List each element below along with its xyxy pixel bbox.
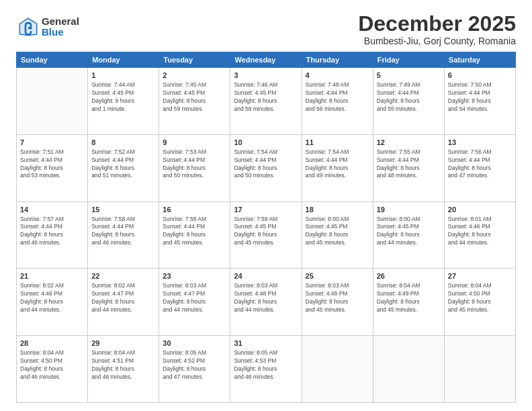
day-number: 29 bbox=[91, 338, 155, 349]
day-info: Sunrise: 8:03 AMSunset: 4:48 PMDaylight:… bbox=[234, 282, 298, 314]
day-number: 11 bbox=[306, 138, 369, 148]
day-number: 10 bbox=[234, 138, 298, 148]
table-row: 17Sunrise: 7:59 AMSunset: 4:45 PMDayligh… bbox=[230, 201, 302, 269]
header-friday: Friday bbox=[373, 52, 444, 68]
table-row: 16Sunrise: 7:58 AMSunset: 4:44 PMDayligh… bbox=[159, 201, 230, 269]
logo-text: General Blue bbox=[42, 16, 79, 38]
day-number: 19 bbox=[377, 205, 441, 215]
calendar-week-2: 7Sunrise: 7:51 AMSunset: 4:44 PMDaylight… bbox=[17, 134, 516, 201]
table-row: 11Sunrise: 7:54 AMSunset: 4:44 PMDayligh… bbox=[302, 134, 373, 201]
day-info: Sunrise: 7:51 AMSunset: 4:44 PMDaylight:… bbox=[20, 148, 84, 181]
day-info: Sunrise: 7:53 AMSunset: 4:44 PMDaylight:… bbox=[163, 148, 226, 181]
day-info: Sunrise: 7:58 AMSunset: 4:44 PMDaylight:… bbox=[163, 216, 226, 248]
day-number: 31 bbox=[234, 338, 298, 349]
day-info: Sunrise: 7:54 AMSunset: 4:44 PMDaylight:… bbox=[234, 148, 298, 181]
day-info: Sunrise: 8:00 AMSunset: 4:45 PMDaylight:… bbox=[306, 216, 369, 248]
header-tuesday: Tuesday bbox=[159, 52, 230, 68]
day-number: 22 bbox=[91, 271, 155, 281]
table-row: 15Sunrise: 7:58 AMSunset: 4:44 PMDayligh… bbox=[88, 201, 159, 269]
day-number: 8 bbox=[91, 138, 155, 148]
day-info: Sunrise: 8:00 AMSunset: 4:45 PMDaylight:… bbox=[377, 216, 441, 248]
day-info: Sunrise: 7:44 AMSunset: 4:45 PMDaylight:… bbox=[91, 81, 155, 113]
table-row: 31Sunrise: 8:05 AMSunset: 4:53 PMDayligh… bbox=[230, 336, 302, 403]
calendar: Sunday Monday Tuesday Wednesday Thursday… bbox=[16, 52, 516, 403]
table-row: 14Sunrise: 7:57 AMSunset: 4:44 PMDayligh… bbox=[17, 201, 88, 269]
table-row: 26Sunrise: 8:04 AMSunset: 4:49 PMDayligh… bbox=[373, 269, 444, 336]
day-info: Sunrise: 8:02 AMSunset: 4:46 PMDaylight:… bbox=[20, 282, 84, 314]
day-number: 20 bbox=[448, 205, 512, 215]
table-row: 27Sunrise: 8:04 AMSunset: 4:50 PMDayligh… bbox=[444, 269, 515, 336]
day-number: 26 bbox=[377, 271, 441, 281]
day-number: 30 bbox=[163, 338, 226, 349]
day-number: 28 bbox=[20, 338, 84, 349]
subtitle: Bumbesti-Jiu, Gorj County, Romania bbox=[358, 36, 516, 46]
calendar-week-1: 1Sunrise: 7:44 AMSunset: 4:45 PMDaylight… bbox=[17, 68, 516, 135]
day-number: 4 bbox=[306, 71, 369, 81]
table-row bbox=[444, 336, 515, 403]
header-monday: Monday bbox=[88, 52, 159, 68]
day-number: 16 bbox=[163, 205, 226, 215]
day-number: 23 bbox=[163, 271, 226, 281]
table-row: 8Sunrise: 7:52 AMSunset: 4:44 PMDaylight… bbox=[88, 134, 159, 201]
calendar-week-4: 21Sunrise: 8:02 AMSunset: 4:46 PMDayligh… bbox=[17, 269, 516, 336]
table-row: 10Sunrise: 7:54 AMSunset: 4:44 PMDayligh… bbox=[230, 134, 302, 201]
day-number: 12 bbox=[377, 138, 441, 148]
table-row: 30Sunrise: 8:05 AMSunset: 4:52 PMDayligh… bbox=[159, 336, 230, 403]
title-block: December 2025 Bumbesti-Jiu, Gorj County,… bbox=[358, 12, 516, 46]
page: General Blue December 2025 Bumbesti-Jiu,… bbox=[0, 0, 532, 411]
day-info: Sunrise: 8:01 AMSunset: 4:46 PMDaylight:… bbox=[448, 216, 512, 248]
day-number: 24 bbox=[234, 271, 298, 281]
day-number: 6 bbox=[448, 71, 512, 81]
day-info: Sunrise: 8:02 AMSunset: 4:47 PMDaylight:… bbox=[91, 282, 155, 314]
day-info: Sunrise: 8:03 AMSunset: 4:48 PMDaylight:… bbox=[306, 282, 369, 314]
logo: General Blue bbox=[16, 15, 79, 39]
day-number: 14 bbox=[20, 205, 84, 215]
day-info: Sunrise: 7:49 AMSunset: 4:44 PMDaylight:… bbox=[377, 81, 441, 113]
table-row: 29Sunrise: 8:04 AMSunset: 4:51 PMDayligh… bbox=[88, 336, 159, 403]
day-number: 13 bbox=[448, 138, 512, 148]
calendar-week-5: 28Sunrise: 8:04 AMSunset: 4:50 PMDayligh… bbox=[17, 336, 516, 403]
table-row: 23Sunrise: 8:03 AMSunset: 4:47 PMDayligh… bbox=[159, 269, 230, 336]
table-row: 2Sunrise: 7:45 AMSunset: 4:45 PMDaylight… bbox=[159, 68, 230, 135]
day-info: Sunrise: 7:45 AMSunset: 4:45 PMDaylight:… bbox=[163, 81, 226, 113]
table-row bbox=[17, 68, 88, 135]
day-info: Sunrise: 7:46 AMSunset: 4:45 PMDaylight:… bbox=[234, 81, 298, 113]
day-info: Sunrise: 8:04 AMSunset: 4:50 PMDaylight:… bbox=[20, 349, 84, 381]
day-number: 7 bbox=[20, 138, 84, 148]
header-sunday: Sunday bbox=[17, 52, 88, 68]
day-info: Sunrise: 7:54 AMSunset: 4:44 PMDaylight:… bbox=[306, 148, 369, 181]
day-info: Sunrise: 7:58 AMSunset: 4:44 PMDaylight:… bbox=[91, 216, 155, 248]
day-info: Sunrise: 7:57 AMSunset: 4:44 PMDaylight:… bbox=[20, 216, 84, 248]
table-row: 9Sunrise: 7:53 AMSunset: 4:44 PMDaylight… bbox=[159, 134, 230, 201]
table-row: 7Sunrise: 7:51 AMSunset: 4:44 PMDaylight… bbox=[17, 134, 88, 201]
day-number: 1 bbox=[91, 71, 155, 81]
day-info: Sunrise: 8:04 AMSunset: 4:51 PMDaylight:… bbox=[91, 349, 155, 381]
table-row bbox=[373, 336, 444, 403]
table-row: 18Sunrise: 8:00 AMSunset: 4:45 PMDayligh… bbox=[302, 201, 373, 269]
header-wednesday: Wednesday bbox=[230, 52, 302, 68]
calendar-week-3: 14Sunrise: 7:57 AMSunset: 4:44 PMDayligh… bbox=[17, 201, 516, 269]
day-number: 3 bbox=[234, 71, 298, 81]
calendar-header-row: Sunday Monday Tuesday Wednesday Thursday… bbox=[17, 52, 516, 68]
table-row: 3Sunrise: 7:46 AMSunset: 4:45 PMDaylight… bbox=[230, 68, 302, 135]
day-number: 27 bbox=[448, 271, 512, 281]
day-info: Sunrise: 8:03 AMSunset: 4:47 PMDaylight:… bbox=[163, 282, 226, 314]
table-row: 12Sunrise: 7:55 AMSunset: 4:44 PMDayligh… bbox=[373, 134, 444, 201]
day-info: Sunrise: 7:56 AMSunset: 4:44 PMDaylight:… bbox=[448, 148, 512, 181]
header-saturday: Saturday bbox=[444, 52, 515, 68]
day-info: Sunrise: 8:05 AMSunset: 4:52 PMDaylight:… bbox=[163, 349, 226, 381]
header: General Blue December 2025 Bumbesti-Jiu,… bbox=[16, 12, 516, 46]
day-number: 21 bbox=[20, 271, 84, 281]
day-info: Sunrise: 8:05 AMSunset: 4:53 PMDaylight:… bbox=[234, 349, 298, 381]
table-row: 5Sunrise: 7:49 AMSunset: 4:44 PMDaylight… bbox=[373, 68, 444, 135]
day-number: 2 bbox=[163, 71, 226, 81]
day-number: 17 bbox=[234, 205, 298, 215]
day-info: Sunrise: 8:04 AMSunset: 4:50 PMDaylight:… bbox=[448, 282, 512, 314]
day-number: 18 bbox=[306, 205, 369, 215]
day-number: 5 bbox=[377, 71, 441, 81]
day-number: 15 bbox=[91, 205, 155, 215]
day-info: Sunrise: 8:04 AMSunset: 4:49 PMDaylight:… bbox=[377, 282, 441, 314]
logo-general-text: General bbox=[42, 16, 79, 28]
day-info: Sunrise: 7:59 AMSunset: 4:45 PMDaylight:… bbox=[234, 216, 298, 248]
table-row: 1Sunrise: 7:44 AMSunset: 4:45 PMDaylight… bbox=[88, 68, 159, 135]
